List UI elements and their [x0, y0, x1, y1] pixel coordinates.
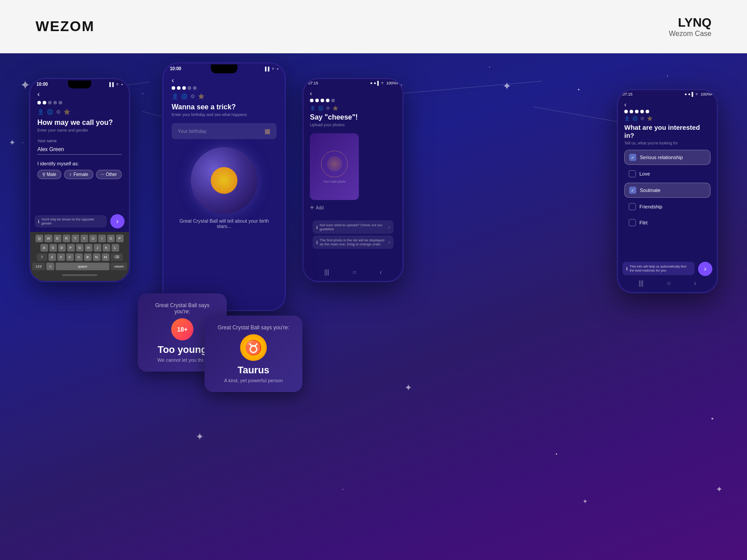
crystal-ball [191, 147, 257, 214]
phone2-icon-row: 👤 🌐 ⚙ ⭐ [172, 93, 277, 100]
sparkle-decoration: ✦ [196, 431, 204, 443]
key-b[interactable]: B [84, 253, 92, 261]
key-return[interactable]: return [111, 263, 127, 270]
key-r[interactable]: R [63, 235, 70, 242]
keyboard-row-2: A S D F G H J K L [32, 244, 127, 252]
key-w[interactable]: W [44, 235, 52, 242]
checkbox-soulmate: ✓ [629, 187, 636, 194]
nav-home-icon[interactable]: ○ [353, 268, 356, 276]
option-friendship[interactable]: Friendship [624, 200, 711, 214]
key-k[interactable]: K [103, 244, 110, 252]
key-a[interactable]: A [40, 244, 48, 252]
nav-back-icon2[interactable]: ‹ [694, 280, 696, 287]
sparkle-decoration: ✦ [405, 382, 412, 393]
phone2-back-btn[interactable]: ‹ [172, 76, 277, 84]
photo-label: Your main photo [323, 180, 346, 183]
key-e[interactable]: E [54, 235, 61, 242]
key-123[interactable]: 123 [32, 263, 45, 270]
phone2-time: 10:00 [170, 66, 181, 71]
key-h[interactable]: H [85, 244, 92, 252]
key-t[interactable]: T [72, 235, 79, 242]
key-g[interactable]: G [76, 244, 84, 252]
phone2-frame: 10:00 ▌▌ ᯤ ▪ ‹ 👤 🌐 ⚙ ⭐ [162, 62, 286, 311]
constellation-line [534, 107, 621, 123]
nav-menu-icon2[interactable]: ||| [639, 280, 643, 287]
key-z[interactable]: Z [48, 253, 56, 261]
checkbox-love [629, 170, 636, 177]
gender-male[interactable]: ⚲ Male [37, 170, 61, 179]
sparkle-decoration: ✦ [502, 80, 511, 92]
key-q[interactable]: Q [36, 235, 43, 242]
key-shift[interactable]: ⇧ [37, 253, 47, 261]
gender-female[interactable]: ♀ Female [64, 170, 93, 179]
key-p[interactable]: P [116, 235, 124, 242]
gender-other[interactable]: ··· Other [96, 170, 122, 179]
phone4-info-bar: ℹ This info will help us automatically f… [622, 262, 695, 275]
phone1-next-button[interactable]: › [110, 214, 124, 228]
option-label-3: Friendship [639, 204, 662, 209]
phone1-signal: ▌▌ ᯤ ▪ [109, 82, 123, 87]
nav-home-icon2[interactable]: ○ [667, 280, 671, 287]
popup2-main-text: Taurus [213, 364, 293, 376]
key-y[interactable]: Y [80, 235, 88, 242]
key-d[interactable]: D [58, 244, 66, 252]
nav-menu-icon[interactable]: ||| [324, 268, 329, 276]
key-j[interactable]: J [94, 244, 101, 252]
sparkle-decoration: ✦ [20, 78, 30, 92]
phone4-next-button[interactable]: › [698, 262, 712, 276]
key-v[interactable]: V [75, 253, 83, 261]
key-n[interactable]: N [93, 253, 100, 261]
phone4-heading: What are you interested in? [624, 124, 711, 140]
key-o[interactable]: O [107, 235, 115, 242]
phone4-status-bar: 07:15 ● ● ▌ ᯤ 100%▪ [618, 90, 717, 98]
keyboard-home-indicator [32, 272, 127, 278]
phone3-status-bar: 07:15 ● ● ▌ ᯤ 100%▪ [304, 79, 402, 87]
key-delete[interactable]: ⌫ [111, 253, 123, 261]
phone2-subheading: Enter your birthday and see what happens [172, 112, 277, 117]
key-c[interactable]: C [66, 253, 74, 261]
option-flirt[interactable]: Flirt [624, 216, 711, 230]
key-x[interactable]: X [57, 253, 65, 261]
phone3-back-btn[interactable]: ‹ [310, 90, 396, 97]
key-s[interactable]: S [49, 244, 57, 252]
key-space[interactable]: space [56, 263, 109, 270]
back-button[interactable]: ‹ [37, 90, 122, 98]
key-m[interactable]: M [102, 253, 109, 261]
phone4-progress [624, 110, 711, 113]
header-title: LYNQ [669, 16, 711, 30]
key-u[interactable]: U [89, 235, 97, 242]
main-area: ✦ ✦ ✦ ✦ ✦ ✦ ✦ ✦ ✦ ✦ ♥  Download on the … [0, 53, 747, 560]
phone1-time: 10:00 [36, 82, 48, 87]
option-serious-relationship[interactable]: ✓ Serious relationship [624, 150, 711, 165]
info-icon2: ℹ [626, 266, 628, 271]
phone1-frame: 10:00 ▌▌ ᯤ ▪ ‹ 👤 🌐 ⚙ ⭐ [29, 78, 130, 282]
header-right: LYNQ Wezom Case [669, 16, 711, 38]
phone2-birthday-input[interactable]: Your birthday ▦ [172, 123, 277, 139]
phone2-crystal-area: Great Crystal Ball will tell about your … [172, 143, 277, 233]
key-i[interactable]: I [98, 235, 106, 242]
phone4-back-btn[interactable]: ‹ [624, 101, 711, 108]
phone4-screen: 07:15 ● ● ▌ ᯤ 100%▪ ‹ 👤 🌐 ⚙ ⭐ [618, 90, 717, 292]
checkbox-serious: ✓ [629, 154, 636, 161]
checkbox-flirt [629, 219, 636, 226]
calendar-icon: ▦ [265, 128, 270, 135]
option-soulmate[interactable]: ✓ Soulmate [624, 183, 711, 198]
phone1-icon-row: 👤 🌐 ⚙ ⭐ [37, 109, 122, 115]
phone3-note1: ℹ Not sure what to upload? Check out our… [313, 220, 394, 234]
popup2-sub-text: A kind, yet powerful person [213, 378, 293, 383]
phone2-screen: 10:00 ▌▌ ᯤ ▪ ‹ 👤 🌐 ⚙ ⭐ [164, 64, 285, 310]
nav-back-icon[interactable]: ‹ [380, 268, 382, 276]
key-f[interactable]: F [67, 244, 75, 252]
phone1-name-input[interactable] [37, 144, 122, 155]
male-icon: ⚲ [42, 172, 45, 177]
option-love[interactable]: Love [624, 167, 711, 181]
phone3-add-btn[interactable]: + Add [310, 204, 396, 212]
phone2-crystal-text: Great Crystal Ball will tell about your … [172, 214, 277, 229]
phone2-content: ‹ 👤 🌐 ⚙ ⭐ Wanna see a trick? Enter your … [164, 71, 285, 239]
key-l[interactable]: L [112, 244, 119, 252]
phone4-time: 07:15 [622, 92, 633, 96]
phone3-signal: ● ● ▌ ᯤ 100%▪ [370, 81, 398, 85]
key-emoji[interactable]: ☺ [46, 263, 54, 270]
popup1-age-badge: 18+ [171, 318, 193, 340]
header: WEZOM LYNQ Wezom Case [0, 0, 747, 53]
